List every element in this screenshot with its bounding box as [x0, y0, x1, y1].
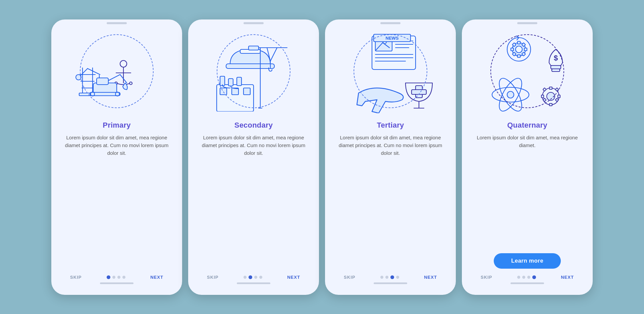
dot-1 — [244, 276, 247, 279]
svg-rect-78 — [549, 103, 552, 106]
home-bar-primary — [100, 282, 133, 284]
card-tertiary: NEWS Tertia — [325, 19, 456, 295]
dashed-circle-quaternary — [490, 34, 564, 108]
skip-button-primary[interactable]: SKIP — [70, 275, 82, 280]
card-quaternary-title: Quaternary — [507, 121, 547, 130]
dot-4 — [259, 276, 262, 279]
dot-1 — [517, 276, 520, 279]
home-bar-quaternary — [511, 282, 544, 284]
svg-rect-80 — [558, 95, 560, 98]
nav-bar-quaternary: SKIP NEXT — [471, 275, 583, 280]
card-tertiary-footer: SKIP NEXT — [325, 269, 456, 295]
card-secondary-title: Secondary — [234, 121, 273, 130]
nav-bar-primary: SKIP NEXT — [61, 275, 173, 280]
skip-button-secondary[interactable]: SKIP — [207, 275, 219, 280]
dot-1 — [380, 276, 383, 279]
card-tertiary-title: Tertiary — [377, 121, 404, 130]
dots-secondary — [244, 275, 262, 279]
dots-primary — [107, 275, 125, 279]
dot-2 — [249, 275, 252, 279]
card-secondary: Secondary Lorem ipsum dolor sit dim amet… — [188, 19, 319, 295]
dot-2 — [522, 276, 525, 279]
dashed-circle-tertiary — [354, 34, 427, 108]
dot-2 — [112, 276, 115, 279]
dot-4 — [122, 276, 125, 279]
dot-3 — [527, 276, 530, 279]
dot-4 — [396, 276, 399, 279]
home-bar-tertiary — [374, 282, 407, 284]
dot-1 — [107, 275, 110, 279]
card-quaternary-footer: Learn more SKIP NEXT — [462, 248, 593, 295]
dot-2 — [385, 276, 388, 279]
card-quaternary-body: Lorem ipsum dolor sit dim amet, mea regi… — [462, 134, 593, 191]
card-primary-footer: SKIP NEXT — [51, 269, 182, 295]
dots-quaternary — [517, 275, 536, 279]
dot-3 — [254, 276, 257, 279]
illustration-primary — [66, 24, 167, 118]
dot-4 — [532, 275, 536, 279]
next-button-tertiary[interactable]: NEXT — [424, 275, 437, 280]
card-primary-title: Primary — [103, 121, 130, 130]
dashed-circle-secondary — [217, 34, 290, 108]
card-secondary-footer: SKIP NEXT — [188, 269, 319, 295]
illustration-tertiary: NEWS — [340, 24, 441, 118]
dot-3 — [390, 275, 394, 279]
nav-bar-tertiary: SKIP NEXT — [334, 275, 446, 280]
card-primary: Primary Lorem ipsum dolor sit dim amet, … — [51, 19, 182, 295]
dashed-circle-primary — [80, 34, 154, 108]
card-primary-body: Lorem ipsum dolor sit dim amet, mea regi… — [51, 134, 182, 201]
cards-container: Primary Lorem ipsum dolor sit dim amet, … — [38, 6, 606, 308]
learn-more-button[interactable]: Learn more — [494, 253, 561, 269]
card-secondary-body: Lorem ipsum dolor sit dim amet, mea regi… — [188, 134, 319, 201]
dots-tertiary — [380, 275, 399, 279]
illustration-secondary — [203, 24, 304, 118]
nav-bar-secondary: SKIP NEXT — [198, 275, 310, 280]
skip-button-quaternary[interactable]: SKIP — [481, 275, 492, 280]
card-tertiary-body: Lorem ipsum dolor sit dim amet, mea regi… — [325, 134, 456, 201]
home-bar-secondary — [237, 282, 270, 284]
dot-3 — [117, 276, 120, 279]
card-quaternary: $ — [462, 19, 593, 295]
skip-button-tertiary[interactable]: SKIP — [344, 275, 356, 280]
next-button-primary[interactable]: NEXT — [150, 275, 163, 280]
next-button-secondary[interactable]: NEXT — [287, 275, 300, 280]
illustration-quaternary: $ — [477, 24, 578, 118]
next-button-quaternary[interactable]: NEXT — [561, 275, 574, 280]
